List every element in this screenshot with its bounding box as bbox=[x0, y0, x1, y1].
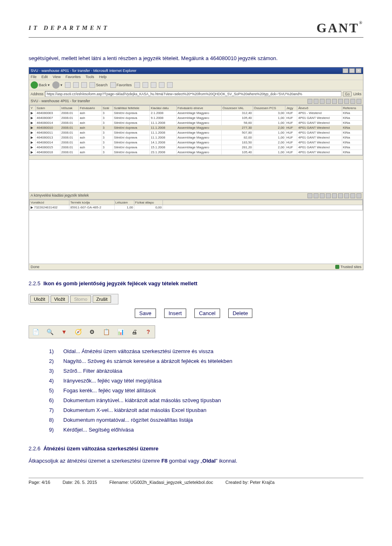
h-scrollbar[interactable] bbox=[29, 155, 363, 159]
table-row[interactable]: ▶4640800072008.01ash3Silniční doprava9.1… bbox=[30, 116, 363, 121]
doc-compass-icon[interactable] bbox=[338, 99, 343, 104]
app-subtitle: SVU - warehouse 4P01 - for transfer bbox=[31, 99, 90, 104]
detail-title: A könyvelési kiadási jegyzék tételek bbox=[31, 193, 89, 198]
search-button[interactable]: Search bbox=[89, 82, 108, 88]
minimize-button[interactable]: _ bbox=[343, 68, 348, 73]
stop-icon[interactable] bbox=[65, 82, 71, 88]
blank-area-2 bbox=[29, 210, 363, 264]
d-compass-icon[interactable] bbox=[326, 193, 331, 198]
strip-zoom-icon[interactable]: 🔍 bbox=[47, 328, 53, 336]
address-bar: Address https://asp.eso9.cz/esh/esoform.… bbox=[29, 90, 363, 98]
status-done: Done bbox=[31, 265, 40, 269]
doc-print-icon[interactable] bbox=[350, 99, 355, 104]
home-icon[interactable] bbox=[81, 82, 87, 88]
d-doc-print-icon[interactable] bbox=[350, 193, 355, 198]
page-icon[interactable] bbox=[307, 99, 312, 104]
d-gear-icon[interactable] bbox=[332, 193, 337, 198]
strip-doc-x-icon[interactable]: 📊 bbox=[117, 328, 124, 336]
menu-bar: File Edit View Favorites Tools Help bbox=[29, 74, 363, 80]
footer-page: Page: 4/16 bbox=[29, 480, 50, 485]
menu-tools[interactable]: Tools bbox=[85, 75, 94, 79]
en-label-row: Save Insert Cancel Delete bbox=[135, 309, 363, 318]
ie-screenshot: SVU - warehouse 4P01 - for transfer - Mi… bbox=[29, 67, 363, 270]
zoom-icon[interactable] bbox=[314, 99, 318, 104]
detail-grid[interactable]: VonálkódTermék kódjaLétszámFizikai állap… bbox=[29, 199, 363, 210]
label-cancel: Cancel bbox=[194, 309, 220, 318]
edit-icon[interactable] bbox=[159, 82, 165, 88]
favorites-button[interactable]: Favorites bbox=[110, 82, 132, 88]
list-item: 8)Dokumentum nyomtatóval... rögzítet öss… bbox=[49, 415, 363, 425]
status-bar: Done Trusted sites bbox=[29, 264, 363, 270]
header-department: IT DEPARTMENT bbox=[29, 25, 109, 31]
help-icon[interactable] bbox=[356, 99, 361, 104]
strip-doc-compass-icon[interactable]: 📋 bbox=[103, 328, 110, 336]
page-footer: Page: 4/16 Date: 26. 5. 2015 Filename: U… bbox=[29, 478, 363, 485]
zrusit-button[interactable]: Zrušit bbox=[93, 295, 111, 303]
table-row[interactable]: ▶ 732262463140285911-607-GA-485-21,000,0… bbox=[30, 205, 363, 210]
back-button[interactable]: Back ▾ bbox=[31, 81, 50, 89]
links-label[interactable]: Links bbox=[353, 92, 361, 96]
storno-button[interactable]: Storno bbox=[70, 295, 91, 303]
intro-paragraph: segétsígével, mellett lehet látni a lent… bbox=[29, 54, 363, 63]
go-button[interactable]: Go bbox=[343, 92, 352, 96]
ulozit-button[interactable]: Uložit bbox=[30, 295, 49, 303]
list-item: 1)Oldal... Átnézési üzem változása szerk… bbox=[49, 347, 363, 356]
list-item: 3)Szűrő... Filter ábrázolása bbox=[49, 366, 363, 376]
menu-favorites[interactable]: Favorites bbox=[65, 75, 80, 79]
compass-icon[interactable] bbox=[326, 99, 331, 104]
page-header: IT DEPARTMENT GANT® bbox=[29, 20, 363, 38]
d-doc-compass-icon[interactable] bbox=[338, 193, 343, 198]
strip-doc-print-icon[interactable]: 🖨 bbox=[131, 328, 138, 336]
d-doc-x-icon[interactable] bbox=[344, 193, 349, 198]
menu-edit[interactable]: Edit bbox=[42, 75, 48, 79]
d-zoom-icon[interactable] bbox=[314, 193, 318, 198]
section-2-2-6-body: Átkapcsoljuk az átnézési üzemet a szerke… bbox=[29, 456, 363, 465]
print-icon[interactable] bbox=[151, 82, 156, 88]
menu-view[interactable]: View bbox=[53, 75, 60, 79]
d-filter-icon[interactable] bbox=[320, 193, 325, 198]
close-button[interactable]: × bbox=[356, 68, 361, 73]
icon-strip: 📄 🔍 ▼ 🧭 ⚙ 📋 📊 🖨 ? bbox=[29, 325, 155, 338]
d-help-icon[interactable] bbox=[356, 193, 361, 198]
strip-gear-icon[interactable]: ⚙ bbox=[89, 328, 96, 336]
table-row[interactable]: ▶4640800132008.01ash3Silniční doprava11.… bbox=[30, 135, 363, 140]
strip-filter-icon[interactable]: ▼ bbox=[61, 328, 67, 336]
numbered-list: 1)Oldal... Átnézési üzem változása szerk… bbox=[49, 347, 363, 435]
history-icon[interactable] bbox=[134, 82, 140, 88]
table-row[interactable]: ▶4640800182008.01ash3Silniční doprava23.… bbox=[30, 150, 363, 155]
address-input[interactable]: https://asp.eso9.cz/esh/esoform.asp?Tpag… bbox=[45, 91, 341, 97]
strip-compass-icon[interactable]: 🧭 bbox=[75, 328, 82, 336]
main-grid[interactable]: YSzámIdőszakFelvásárlóSzálSzállítási fel… bbox=[29, 105, 363, 155]
table-row[interactable]: ▶4640800142008.01ash3Silniční doprava14.… bbox=[30, 140, 363, 145]
window-title-bar: SVU - warehouse 4P01 - for transfer - Mi… bbox=[29, 67, 363, 74]
doc-x-icon[interactable] bbox=[344, 99, 349, 104]
table-row[interactable]: ▶4640800142008.01ash3Silniční doprava11.… bbox=[30, 121, 363, 125]
section-2-2-5: 2.2.5 Ikon és gomb jelentőség jegyzék fe… bbox=[29, 280, 363, 286]
detail-section-label: A könyvelési kiadási jegyzék tételek bbox=[29, 192, 363, 199]
gear-icon[interactable] bbox=[332, 99, 337, 104]
d-page-icon[interactable] bbox=[307, 193, 312, 198]
forward-button[interactable]: ▾ bbox=[52, 81, 62, 89]
menu-help[interactable]: Help bbox=[99, 75, 107, 79]
vlozit-button[interactable]: Vložit bbox=[51, 295, 69, 303]
table-row[interactable]: ▶4640800032008.01ash3Silniční doprava2.1… bbox=[30, 111, 363, 116]
refresh-icon[interactable] bbox=[73, 82, 79, 88]
status-trusted: Trusted sites bbox=[341, 265, 361, 269]
label-delete: Delete bbox=[228, 309, 253, 318]
shield-icon bbox=[335, 265, 339, 269]
table-row[interactable]: ▶4640800152008.01ash3Silniční doprava15.… bbox=[30, 145, 363, 150]
maximize-button[interactable]: □ bbox=[349, 68, 355, 73]
table-row[interactable]: ▶4640800102008.01ash3Silniční doprava11.… bbox=[30, 125, 363, 130]
table-row[interactable]: ▶4640800112008.01ash3Silniční doprava11.… bbox=[30, 130, 363, 135]
menu-file[interactable]: File bbox=[31, 75, 37, 79]
blank-area bbox=[29, 159, 363, 192]
list-item: 4)Irányveszők... fejléc vagy tétel megúj… bbox=[49, 376, 363, 386]
filter-icon[interactable] bbox=[320, 99, 325, 104]
mail-icon[interactable] bbox=[143, 82, 148, 88]
list-item: 5)Fogas kerék... fejléc vagy tétel állít… bbox=[49, 386, 363, 396]
list-item: 7)Dokumentum X-vel... kiábrázolt adat má… bbox=[49, 405, 363, 415]
strip-page-icon[interactable]: 📄 bbox=[32, 328, 39, 336]
strip-help-icon[interactable]: ? bbox=[145, 328, 151, 336]
messenger-icon[interactable] bbox=[167, 82, 173, 88]
list-item: 9)Kérdőjel... Segítség előhívása bbox=[49, 425, 363, 435]
